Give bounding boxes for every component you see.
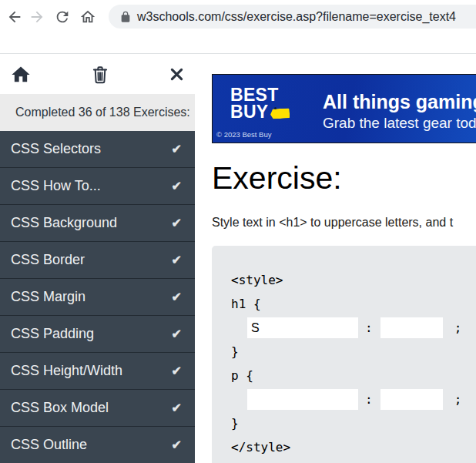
back-icon[interactable] bbox=[6, 8, 23, 25]
ad-subheadline: Grab the latest gear today bbox=[323, 115, 476, 132]
sidebar-item-label: CSS Height/Width bbox=[11, 363, 122, 379]
sidebar-item-label: CSS How To... bbox=[11, 178, 101, 194]
code-line-p-open: p { bbox=[231, 364, 476, 388]
check-icon: ✔ bbox=[172, 401, 182, 415]
sidebar-item-css-box-model[interactable]: CSS Box Model ✔ bbox=[0, 390, 195, 427]
ad-copyright: © 2023 Best Buy bbox=[216, 130, 271, 139]
check-icon: ✔ bbox=[172, 216, 182, 230]
sidebar-item-label: CSS Background bbox=[11, 215, 117, 231]
check-icon: ✔ bbox=[172, 290, 182, 304]
reload-icon[interactable] bbox=[54, 8, 71, 25]
code-line-p-close: } bbox=[231, 411, 476, 435]
progress-text: Completed 36 of 138 Exercises: bbox=[0, 94, 195, 131]
p-value-input[interactable] bbox=[380, 389, 443, 410]
home-icon[interactable] bbox=[79, 8, 96, 25]
ad-banner[interactable]: BEST BUY All things gaming Grab the late… bbox=[212, 74, 476, 143]
sidebar-item-css-outline[interactable]: CSS Outline ✔ bbox=[0, 427, 195, 463]
code-editor: <style> h1 { : ; } p { : ; } </style> bbox=[212, 246, 476, 463]
trash-icon[interactable] bbox=[90, 65, 110, 85]
sidebar-item-css-border[interactable]: CSS Border ✔ bbox=[0, 242, 195, 279]
check-icon: ✔ bbox=[172, 438, 182, 452]
code-line-p-declaration: : ; bbox=[231, 388, 476, 411]
bestbuy-logo-line2: BUY bbox=[230, 103, 290, 120]
sidebar-item-css-background[interactable]: CSS Background ✔ bbox=[0, 205, 195, 242]
bestbuy-logo: BEST BUY bbox=[230, 86, 290, 120]
ad-headline: All things gaming bbox=[323, 91, 476, 113]
h1-value-input[interactable] bbox=[380, 317, 443, 338]
sidebar-item-css-margin[interactable]: CSS Margin ✔ bbox=[0, 279, 195, 316]
sidebar-item-label: CSS Selectors bbox=[11, 141, 101, 157]
p-property-input[interactable] bbox=[247, 389, 358, 410]
sidebar-item-css-padding[interactable]: CSS Padding ✔ bbox=[0, 316, 195, 353]
check-icon: ✔ bbox=[172, 253, 182, 267]
sidebar-header bbox=[0, 55, 195, 94]
code-line-h1-declaration: : ; bbox=[231, 316, 476, 340]
exercise-sidebar: Completed 36 of 138 Exercises: CSS Selec… bbox=[0, 55, 195, 463]
lock-icon bbox=[119, 11, 132, 23]
sidebar-item-css-selectors[interactable]: CSS Selectors ✔ bbox=[0, 131, 195, 168]
sidebar-item-label: CSS Margin bbox=[11, 289, 85, 305]
sidebar-item-label: CSS Border bbox=[11, 252, 85, 268]
bestbuy-logo-line1: BEST bbox=[230, 86, 290, 103]
forward-icon[interactable] bbox=[28, 8, 45, 25]
page-title: Exercise: bbox=[212, 160, 476, 196]
sidebar-item-label: CSS Box Model bbox=[11, 400, 109, 416]
code-line-style-close: </style> bbox=[231, 435, 476, 459]
colon-symbol: : bbox=[365, 316, 373, 340]
sidebar-item-label: CSS Outline bbox=[11, 437, 87, 453]
sidebar-item-css-height-width[interactable]: CSS Height/Width ✔ bbox=[0, 353, 195, 390]
check-icon: ✔ bbox=[172, 179, 182, 193]
semicolon-symbol: ; bbox=[454, 316, 462, 340]
price-tag-icon bbox=[270, 103, 290, 120]
address-bar[interactable]: w3schools.com/css/exercise.asp?filename=… bbox=[109, 5, 476, 29]
code-line-style-open: <style> bbox=[231, 268, 476, 292]
code-line-h1-close: } bbox=[231, 340, 476, 364]
semicolon-symbol: ; bbox=[454, 388, 462, 411]
close-icon[interactable] bbox=[169, 66, 185, 82]
exercise-instruction: Style text in <h1> to uppercase letters,… bbox=[212, 216, 476, 230]
check-icon: ✔ bbox=[172, 327, 182, 341]
sidebar-item-label: CSS Padding bbox=[11, 326, 94, 342]
check-icon: ✔ bbox=[172, 142, 182, 156]
check-icon: ✔ bbox=[172, 364, 182, 378]
home-icon[interactable] bbox=[10, 64, 32, 86]
sidebar-item-css-how-to[interactable]: CSS How To... ✔ bbox=[0, 168, 195, 205]
code-line-h1-open: h1 { bbox=[231, 292, 476, 316]
url-text[interactable]: w3schools.com/css/exercise.asp?filename=… bbox=[137, 5, 456, 29]
browser-toolbar: w3schools.com/css/exercise.asp?filename=… bbox=[0, 0, 476, 54]
colon-symbol: : bbox=[365, 388, 373, 411]
h1-property-input[interactable] bbox=[247, 317, 358, 338]
main-content: BEST BUY All things gaming Grab the late… bbox=[195, 55, 476, 463]
